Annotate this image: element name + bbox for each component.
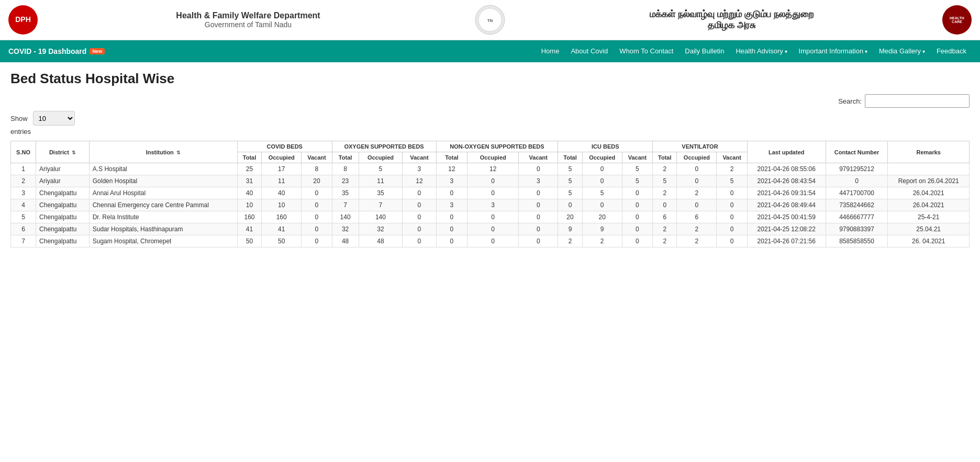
table-group-header: S.NO District ⇅ Institution ⇅ COVID BEDS… <box>11 141 970 152</box>
table-cell: 3 <box>467 199 519 211</box>
search-input[interactable] <box>865 94 970 108</box>
table-cell: 0 <box>436 211 467 223</box>
th-oxy-vacant: Vacant <box>403 152 436 163</box>
table-cell: 3 <box>11 187 36 199</box>
table-cell: 4 <box>11 199 36 211</box>
nav-daily-bulletin[interactable]: Daily Bulletin <box>680 40 729 62</box>
table-cell: 48 <box>332 235 359 247</box>
table-cell: 0 <box>717 235 747 247</box>
table-cell: 31 <box>237 175 261 187</box>
table-cell: 2 <box>582 235 622 247</box>
dept-name: Health & Family Welfare Department <box>38 11 459 20</box>
table-cell: 5 <box>558 163 582 175</box>
table-cell: 3 <box>403 163 436 175</box>
th-icu-vacant: Vacant <box>622 152 652 163</box>
table-cell: 50 <box>262 235 302 247</box>
table-cell: 2021-04-25 00:41:59 <box>747 211 826 223</box>
table-cell: 2021-04-25 12:08:22 <box>747 223 826 235</box>
table-cell: 0 <box>302 235 332 247</box>
table-cell: 25-4-21 <box>888 211 970 223</box>
table-cell: 0 <box>302 199 332 211</box>
table-cell: 12 <box>403 175 436 187</box>
nav-media-gallery[interactable]: Media Gallery <box>874 40 930 63</box>
table-cell: 5 <box>717 175 747 187</box>
table-row: 7ChengalpattuSugam Hospital, Chromepet50… <box>11 235 970 247</box>
table-cell: 17 <box>262 163 302 175</box>
table-cell: 2 <box>653 187 677 199</box>
table-cell: 0 <box>436 235 467 247</box>
table-row: 1AriyalurA.S Hospital2517885312120505202… <box>11 163 970 175</box>
table-cell: 5 <box>622 175 652 187</box>
table-cell: 2 <box>677 235 717 247</box>
table-cell: 2 <box>11 175 36 187</box>
health-logo: HEALTHCARE <box>942 5 972 35</box>
table-cell: 5 <box>11 211 36 223</box>
table-cell: 5 <box>558 187 582 199</box>
th-district[interactable]: District ⇅ <box>36 141 90 163</box>
show-label: Show <box>10 115 28 122</box>
table-cell: 5 <box>622 163 652 175</box>
nav-whom-to-contact[interactable]: Whom To Contact <box>614 40 678 62</box>
th-nonoxy-vacant: Vacant <box>519 152 558 163</box>
table-cell: 160 <box>237 211 261 223</box>
table-cell: 2 <box>653 163 677 175</box>
table-cell: 0 <box>582 163 622 175</box>
show-select[interactable]: 10 25 50 100 <box>33 111 75 126</box>
tamil-text: மக்கள் நல்வாழ்வு மற்றும் குடும்ப நலத்துற… <box>521 9 942 31</box>
th-last-updated: Last updated <box>747 141 826 163</box>
table-cell: 0 <box>622 199 652 211</box>
nav-feedback[interactable]: Feedback <box>931 40 972 62</box>
th-remarks: Remarks <box>888 141 970 163</box>
table-cell: 3 <box>436 199 467 211</box>
table-cell: 35 <box>332 187 359 199</box>
brand: COVID - 19 Dashboard New <box>8 47 105 55</box>
table-cell: 0 <box>558 199 582 211</box>
table-cell: 140 <box>359 211 403 223</box>
table-cell: 9791295212 <box>826 163 888 175</box>
table-cell: Golden Hospital <box>89 175 237 187</box>
nav-home[interactable]: Home <box>536 40 565 62</box>
table-cell: 0 <box>403 235 436 247</box>
th-contact: Contact Number <box>826 141 888 163</box>
table-cell: 26. 04.2021 <box>888 235 970 247</box>
table-cell: 50 <box>237 235 261 247</box>
table-cell: 0 <box>467 235 519 247</box>
th-vent-total: Total <box>653 152 677 163</box>
th-covid-beds: COVID BEDS <box>237 141 332 152</box>
nav-important-info[interactable]: Important Information <box>794 40 873 63</box>
table-row: 6ChengalpattuSudar Hospitals, Hasthinapu… <box>11 223 970 235</box>
table-cell: 0 <box>519 199 558 211</box>
page-content: Bed Status Hospital Wise Search: Show 10… <box>0 62 980 256</box>
table-cell: Annai Arul Hospital <box>89 187 237 199</box>
table-cell: 10 <box>262 199 302 211</box>
table-cell: 0 <box>622 187 652 199</box>
table-cell: 0 <box>653 199 677 211</box>
table-cell: 40 <box>262 187 302 199</box>
table-row: 4ChengalpattuChennai Emergency care Cent… <box>11 199 970 211</box>
table-row: 5ChengalpattuDr. Rela Institute160160014… <box>11 211 970 223</box>
table-cell: 0 <box>826 175 888 187</box>
table-cell: 0 <box>677 175 717 187</box>
th-oxy-occupied: Occupied <box>359 152 403 163</box>
table-cell: 0 <box>519 163 558 175</box>
th-covid-vacant: Vacant <box>302 152 332 163</box>
table-cell: 48 <box>359 235 403 247</box>
table-cell: 0 <box>519 211 558 223</box>
table-cell: 0 <box>582 199 622 211</box>
table-cell: 40 <box>237 187 261 199</box>
table-cell: 25.04.21 <box>888 223 970 235</box>
th-institution[interactable]: Institution ⇅ <box>89 141 237 163</box>
table-cell: 0 <box>403 211 436 223</box>
table-cell: Chengalpattu <box>36 211 90 223</box>
table-cell: Chengalpattu <box>36 199 90 211</box>
nav-health-advisory[interactable]: Health Advisory <box>730 40 792 63</box>
table-cell: 0 <box>403 223 436 235</box>
table-cell: 0 <box>677 199 717 211</box>
table-cell: 0 <box>302 223 332 235</box>
table-cell: 32 <box>359 223 403 235</box>
th-nonoxy-occupied: Occupied <box>467 152 519 163</box>
table-cell: 23 <box>332 175 359 187</box>
table-cell: 0 <box>519 235 558 247</box>
nav-about-covid[interactable]: About Covid <box>565 40 613 62</box>
svg-text:TN: TN <box>487 18 493 23</box>
